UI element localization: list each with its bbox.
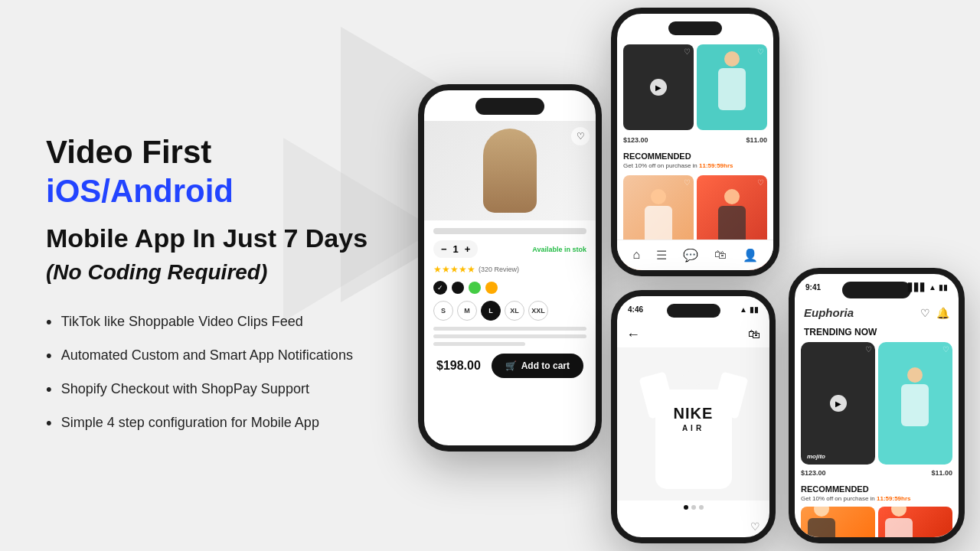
app-header-trending: Euphoria ♡ 🔔 bbox=[795, 302, 959, 324]
stars-row: ★★★★★ (320 Review) bbox=[433, 264, 586, 275]
left-panel: Video First iOS/Android Mobile App In Ju… bbox=[0, 0, 410, 551]
battery-icon-t: ▮▮ bbox=[939, 283, 948, 292]
qty-plus[interactable]: + bbox=[465, 243, 471, 255]
header-icons: ♡ 🔔 bbox=[920, 307, 949, 319]
rec-bottom-img-1[interactable] bbox=[801, 507, 875, 543]
status-icons-nike: ▲ ▮▮ bbox=[740, 305, 759, 314]
subheadline: Mobile App In Just 7 Days bbox=[46, 223, 372, 254]
trend-heart-2[interactable]: ♡ bbox=[942, 345, 949, 354]
rbp2-body bbox=[885, 518, 913, 543]
color-orange[interactable] bbox=[485, 282, 498, 294]
rec-bottom-img-2[interactable] bbox=[878, 507, 952, 543]
status-bar-nike: 4:46 ▲ ▮▮ bbox=[628, 305, 759, 314]
back-button-nike[interactable]: ← bbox=[626, 327, 640, 343]
heart-header-icon[interactable]: ♡ bbox=[920, 307, 930, 319]
person-figure bbox=[711, 51, 753, 124]
heart-icon[interactable]: ♡ bbox=[684, 47, 691, 56]
trend-heart-1[interactable]: ♡ bbox=[865, 345, 872, 354]
color-black[interactable] bbox=[452, 282, 464, 294]
description-lines bbox=[433, 327, 586, 346]
phone-pill-1 bbox=[475, 98, 544, 115]
rbp1-head bbox=[814, 507, 829, 517]
trend-item-dark[interactable]: ▶ ♡ mojito bbox=[801, 342, 875, 465]
size-s[interactable]: S bbox=[433, 301, 453, 321]
wifi-icon: ▲ bbox=[740, 305, 747, 314]
wishlist-button[interactable]: ♡ bbox=[571, 127, 590, 145]
nav-chat-icon[interactable]: 💬 bbox=[683, 248, 698, 262]
size-l[interactable]: L bbox=[481, 301, 501, 321]
phone-trending-content: 9:41 ▋▋▋ ▲ ▮▮ Euphoria ♡ 🔔 TRENDING NOW bbox=[795, 274, 959, 537]
qty-control[interactable]: − 1 + bbox=[433, 240, 478, 258]
price-cart-row: $198.00 🛒 Add to cart bbox=[433, 354, 586, 378]
store-prod-teal[interactable]: ♡ bbox=[697, 44, 767, 130]
nike-product-area: NIKE AIR bbox=[617, 347, 769, 500]
rec-heart-2[interactable]: ♡ bbox=[757, 178, 764, 187]
size-xl[interactable]: XL bbox=[505, 301, 524, 321]
cart-icon-nike[interactable]: 🛍 bbox=[748, 328, 760, 341]
color-selected-indicator: ✓ bbox=[433, 281, 447, 295]
phone-nike: 4:46 ▲ ▮▮ ← 🛍 bbox=[611, 290, 776, 543]
dot-3[interactable] bbox=[699, 505, 704, 510]
wifi-icon-t: ▲ bbox=[929, 283, 936, 292]
trend-brand-label: mojito bbox=[807, 453, 825, 460]
tp-head bbox=[907, 367, 923, 383]
trending-grid: ▶ ♡ mojito ♡ bbox=[795, 342, 959, 465]
cart-icon: 🛒 bbox=[505, 360, 517, 371]
rec-sub-text: Get 10% off on purchase in bbox=[623, 162, 697, 169]
color-green[interactable] bbox=[469, 282, 481, 294]
review-count: (320 Review) bbox=[479, 266, 519, 273]
trend-price-1: $123.00 bbox=[801, 469, 826, 477]
shirt-body: NIKE AIR bbox=[655, 390, 732, 489]
signal-icon: ▋▋▋ bbox=[908, 283, 926, 292]
qty-value: 1 bbox=[453, 243, 459, 255]
rbp2-head bbox=[891, 507, 906, 517]
size-m[interactable]: M bbox=[457, 301, 477, 321]
rp2-head bbox=[724, 189, 740, 204]
rec-timer-2: 11:59:59hrs bbox=[877, 495, 910, 502]
trend-price-2: $11.00 bbox=[931, 469, 952, 477]
play-button[interactable]: ▶ bbox=[650, 79, 667, 96]
size-xxl[interactable]: XXL bbox=[528, 301, 548, 321]
phone-pill-2 bbox=[668, 21, 722, 35]
qty-row: − 1 + Available in stok bbox=[433, 240, 586, 258]
trend-item-teal[interactable]: ♡ bbox=[878, 342, 952, 465]
rec-subtitle: Get 10% off on purchase in 11:59:59hrs bbox=[623, 162, 767, 169]
right-phone-column: ▶ ♡ ♡ $123.00 $11.00 bbox=[611, 8, 779, 543]
store-prod-dark[interactable]: ▶ ♡ bbox=[623, 44, 694, 130]
phone-store-content: ▶ ♡ ♡ $123.00 $11.00 bbox=[617, 14, 773, 270]
availability-badge: Available in stok bbox=[532, 246, 586, 253]
features-list: TikTok like Shoppable Video Clips Feed A… bbox=[46, 312, 372, 433]
desc-line-2 bbox=[433, 334, 586, 338]
play-btn-trend[interactable]: ▶ bbox=[830, 395, 847, 412]
rec-bottom-imgs bbox=[795, 502, 959, 543]
dot-1[interactable] bbox=[684, 505, 688, 510]
right-panel: ♡ − 1 + Available in stok ★★★★★ (32 bbox=[410, 0, 980, 551]
desc-line-3 bbox=[433, 342, 525, 346]
nike-air-text: AIR bbox=[674, 424, 714, 432]
nike-wishlist-button[interactable]: ♡ bbox=[750, 520, 760, 533]
heart-icon-2[interactable]: ♡ bbox=[757, 47, 764, 56]
nav-user-icon[interactable]: 👤 bbox=[743, 248, 758, 262]
recommended-title: RECOMMENDED bbox=[623, 152, 767, 161]
image-dots bbox=[617, 500, 769, 514]
nike-shirt: NIKE AIR bbox=[644, 359, 743, 489]
nav-home-icon[interactable]: ⌂ bbox=[632, 248, 640, 262]
phone-product-content: ♡ − 1 + Available in stok ★★★★★ (32 bbox=[424, 90, 596, 445]
rb-person-1 bbox=[801, 507, 843, 543]
rec-section-2: RECOMMENDED Get 10% off on purchase in 1… bbox=[795, 480, 959, 502]
tp-body bbox=[901, 384, 929, 426]
bottom-nav: ⌂ ☰ 💬 🛍 👤 bbox=[617, 240, 773, 270]
trending-section-title: TRENDING NOW bbox=[795, 324, 959, 342]
desc-line-1 bbox=[433, 327, 586, 331]
rec-heart-1[interactable]: ♡ bbox=[684, 178, 691, 187]
headline-plain: Video First bbox=[46, 134, 211, 170]
nav-menu-icon[interactable]: ☰ bbox=[656, 248, 667, 262]
bell-header-icon[interactable]: 🔔 bbox=[936, 307, 949, 319]
qty-minus[interactable]: − bbox=[441, 243, 447, 255]
add-to-cart-button[interactable]: 🛒 Add to cart bbox=[492, 354, 583, 378]
dot-2[interactable] bbox=[691, 505, 696, 510]
product-image-area: ♡ bbox=[424, 121, 596, 220]
product-title-bar bbox=[433, 228, 586, 234]
rp1-head bbox=[651, 189, 666, 204]
nav-bag-icon[interactable]: 🛍 bbox=[714, 248, 727, 262]
